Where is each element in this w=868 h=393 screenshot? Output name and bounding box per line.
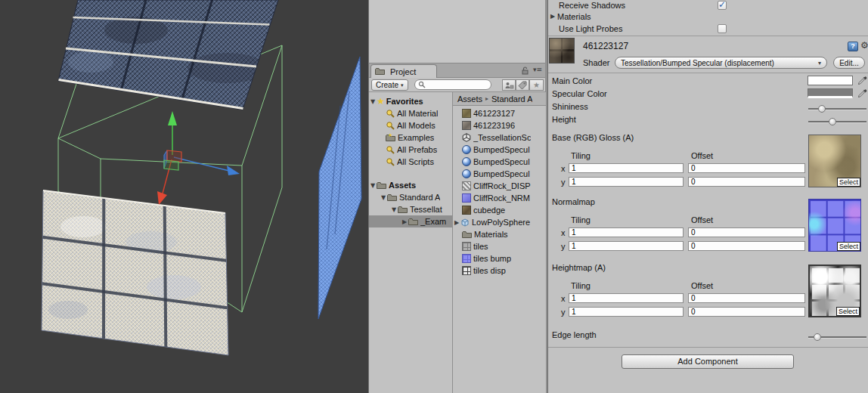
filter-by-type-icon[interactable] xyxy=(502,79,516,91)
asset-item[interactable]: Materials xyxy=(453,228,555,240)
lock-icon[interactable] xyxy=(522,67,529,75)
edge-length-slider[interactable] xyxy=(808,333,866,341)
tab-project[interactable]: Project xyxy=(370,64,437,78)
gizmo-center-handle[interactable] xyxy=(164,150,181,170)
offset-y-input[interactable] xyxy=(688,241,805,251)
foldout-icon[interactable]: ▶ xyxy=(453,219,460,226)
tiling-x-input[interactable] xyxy=(569,227,684,237)
slider-handle[interactable] xyxy=(818,105,826,113)
search-icon xyxy=(418,81,426,88)
tessellated-plane-front[interactable] xyxy=(42,190,228,355)
normalmap-texture-thumbnail[interactable]: Select xyxy=(808,199,861,252)
asset-item[interactable]: tiles disp xyxy=(453,265,555,277)
offset-y-input[interactable] xyxy=(688,177,805,187)
asset-item[interactable]: cubedge xyxy=(453,204,555,216)
search-by-label-icon[interactable] xyxy=(516,79,529,91)
foldout-icon[interactable]: ▼ xyxy=(380,194,387,201)
chevron-down-icon: ▾ xyxy=(818,60,821,67)
create-button[interactable]: Create ▾ xyxy=(371,79,408,91)
asset-item[interactable]: _TessellationSc xyxy=(453,132,555,144)
tree-item-label: All Models xyxy=(397,121,436,130)
tiling-x-input[interactable] xyxy=(569,163,684,173)
asset-label: BumpedSpecul xyxy=(473,157,530,166)
foldout-icon[interactable]: ▼ xyxy=(390,206,398,213)
asset-item[interactable]: BumpedSpecul xyxy=(453,168,555,180)
gear-icon[interactable]: ⚙▾ xyxy=(860,40,868,51)
use-light-probes-label: Use Light Probes xyxy=(559,24,622,33)
asset-item[interactable]: ▶ LowPolySphere xyxy=(453,216,546,228)
foldout-icon[interactable]: ▶ xyxy=(401,218,408,225)
main-color-swatch[interactable] xyxy=(808,76,853,85)
eyedropper-icon[interactable] xyxy=(857,88,867,98)
tree-item-favorites[interactable]: ▼ ★ Favorites xyxy=(369,95,452,107)
select-texture-button[interactable]: Select xyxy=(837,178,860,187)
panel-menu-icon[interactable]: ▾≡ xyxy=(533,66,542,73)
eyedropper-icon[interactable] xyxy=(857,76,867,85)
offset-x-input[interactable] xyxy=(688,227,805,237)
heightmap-texture-thumbnail[interactable]: Select xyxy=(808,265,861,317)
unity-asset-icon xyxy=(462,133,471,142)
materials-foldout-label[interactable]: Materials xyxy=(557,12,591,21)
tiling-x-input[interactable] xyxy=(569,293,684,303)
search-field[interactable] xyxy=(414,79,491,90)
add-component-button[interactable]: Add Component xyxy=(622,354,794,369)
foldout-icon[interactable]: ▶ xyxy=(549,13,556,20)
offset-x-input[interactable] xyxy=(688,163,805,173)
edit-shader-button[interactable]: Edit... xyxy=(833,57,865,69)
tiling-y-input[interactable] xyxy=(569,307,684,317)
tiling-y-input[interactable] xyxy=(569,177,684,187)
asset-item[interactable]: BumpedSpecul xyxy=(453,156,555,168)
tiling-y-input[interactable] xyxy=(569,241,684,251)
breadcrumb-current[interactable]: Standard A xyxy=(491,94,532,104)
height-slider[interactable] xyxy=(808,117,866,125)
search-input[interactable] xyxy=(427,81,488,89)
tree-item-label: All Prefabs xyxy=(397,145,437,154)
asset-item[interactable]: 461223127 xyxy=(453,107,555,119)
heightmap-label: Heightmap (A) xyxy=(552,263,606,272)
material-header: 461223127 ? ⚙▾ Shader Tessellation/Bumpe… xyxy=(548,36,868,73)
asset-item[interactable]: BumpedSpecul xyxy=(453,144,555,156)
slider-handle[interactable] xyxy=(829,118,836,125)
foldout-icon[interactable]: ▼ xyxy=(369,182,377,189)
tree-item-standard-assets[interactable]: ▼ Standard A xyxy=(369,191,463,203)
tiling-header: Tiling xyxy=(571,151,591,160)
help-icon[interactable]: ? xyxy=(848,42,858,51)
asset-item[interactable]: CliffRock_NRM xyxy=(453,192,555,204)
slider-handle[interactable] xyxy=(814,333,821,341)
main-color-label: Main Color xyxy=(552,76,592,85)
tree-item-label: Standard A xyxy=(399,193,440,202)
y-axis-label: y xyxy=(561,242,566,251)
inspector-panel: Receive Shadows ✓ ▶ Materials Use Light … xyxy=(548,0,868,393)
select-texture-button[interactable]: Select xyxy=(836,307,860,316)
specular-color-swatch[interactable] xyxy=(808,88,853,98)
asset-item[interactable]: tiles xyxy=(453,240,555,252)
tree-item-assets[interactable]: ▼ Assets xyxy=(369,179,452,191)
shininess-slider[interactable] xyxy=(808,104,866,113)
tree-item-label: Favorites xyxy=(386,97,423,106)
foldout-icon[interactable]: ▼ xyxy=(369,98,377,105)
use-light-probes-checkbox[interactable]: ✓ xyxy=(718,24,727,33)
material-sphere-icon xyxy=(462,157,471,166)
select-texture-button[interactable]: Select xyxy=(837,242,860,251)
texture-thumbnail-icon xyxy=(462,254,471,263)
material-name: 461223127 xyxy=(583,41,628,51)
asset-item[interactable]: tiles bump xyxy=(453,252,555,265)
offset-header: Offset xyxy=(691,215,713,224)
folder-icon xyxy=(377,181,386,190)
asset-item[interactable]: 461223196 xyxy=(453,119,555,132)
breadcrumb-root[interactable]: Assets xyxy=(457,94,482,104)
favorite-star-icon[interactable]: ★ xyxy=(529,79,544,91)
base-texture-thumbnail[interactable]: Select xyxy=(808,135,861,187)
asset-label: Materials xyxy=(474,230,508,239)
normalmap-section: Normalmap Tiling Offset x y Select xyxy=(548,197,868,253)
texture-thumbnail-icon xyxy=(462,206,471,215)
asset-item[interactable]: CliffRock_DISP xyxy=(453,180,555,192)
material-preview-thumbnail[interactable] xyxy=(549,38,575,63)
create-caret-icon: ▾ xyxy=(401,82,404,88)
scene-view[interactable] xyxy=(0,0,368,393)
offset-y-input[interactable] xyxy=(688,307,805,317)
receive-shadows-checkbox[interactable]: ✓ xyxy=(718,1,727,10)
texture-thumbnail-icon xyxy=(462,242,471,251)
offset-x-input[interactable] xyxy=(688,293,805,303)
shader-dropdown[interactable]: Tessellation/Bumped Specular (displaceme… xyxy=(615,57,827,69)
